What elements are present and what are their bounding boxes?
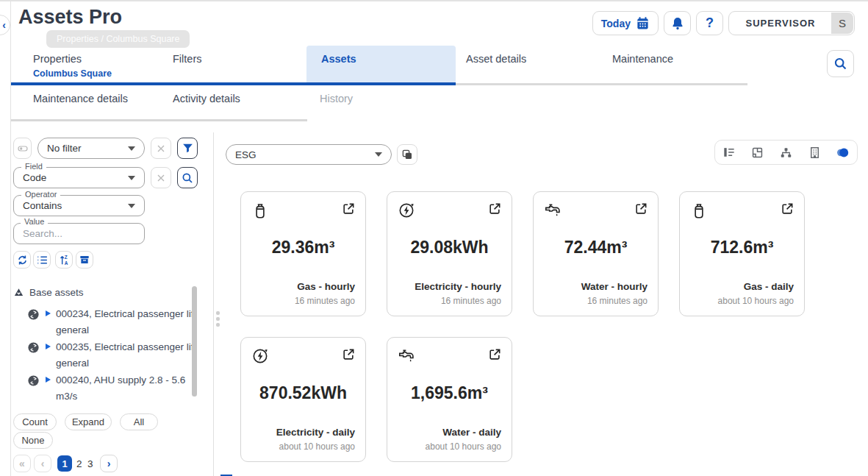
external-link-icon[interactable] — [341, 347, 356, 362]
filter-preset-select[interactable]: No filter — [37, 138, 145, 159]
tab-activity-details-label: Activity details — [173, 93, 240, 104]
value-search-input[interactable] — [13, 223, 145, 244]
value-input-label: Value — [21, 217, 48, 226]
external-link-icon[interactable] — [634, 202, 648, 216]
tree-root-base-assets[interactable]: Base assets — [13, 287, 84, 298]
category-select[interactable]: ESG — [226, 144, 392, 165]
gas-icon — [251, 201, 270, 220]
metric-label: Gas - hourly — [297, 281, 355, 292]
metric-card-water-hourly[interactable]: 72.44m³ Water - hourly 16 minutes ago — [533, 191, 659, 316]
metric-timestamp: 16 minutes ago — [441, 296, 501, 306]
view-floorplan-button[interactable] — [745, 141, 770, 163]
notifications-button[interactable] — [664, 11, 691, 35]
sort-button[interactable]: ZA — [55, 251, 73, 269]
list-view-button[interactable] — [33, 251, 51, 269]
tab-activity-details[interactable]: Activity details — [173, 93, 240, 104]
operator-select-label: Operator — [21, 190, 60, 199]
tab-assets[interactable]: Assets — [306, 46, 456, 83]
run-search-button[interactable] — [177, 167, 198, 188]
close-icon — [155, 172, 167, 184]
external-link-icon[interactable] — [780, 202, 795, 216]
metric-card-electricity-hourly[interactable]: 29.08kWh Electricity - hourly 16 minutes… — [387, 191, 512, 316]
metric-label: Water - daily — [442, 427, 501, 438]
count-button[interactable]: Count — [13, 413, 57, 430]
expand-play-icon[interactable] — [43, 342, 52, 372]
external-link-icon[interactable] — [341, 202, 356, 216]
tab-maintenance-details[interactable]: Maintenance details — [33, 93, 128, 104]
metric-value: 29.08kWh — [387, 238, 512, 257]
tree-item-000234[interactable]: 000234, Electrical passenger lift genera… — [27, 306, 201, 338]
page-1-button[interactable]: 1 — [57, 455, 72, 472]
archive-button[interactable] — [76, 251, 93, 269]
tab-maintenance[interactable]: Maintenance — [612, 53, 673, 65]
chevron-down-icon — [128, 146, 135, 151]
global-search-button[interactable] — [827, 50, 854, 77]
tab-assets-label: Assets — [321, 53, 356, 65]
duplicate-view-button[interactable] — [397, 144, 417, 165]
expand-play-icon[interactable] — [43, 309, 52, 338]
search-icon — [833, 56, 848, 71]
filter-enable-toggle[interactable] — [13, 138, 32, 159]
view-dashboard-button[interactable] — [831, 141, 856, 163]
tab-history[interactable]: History — [320, 93, 353, 104]
metric-card-water-daily[interactable]: 1,695.6m³ Water - daily about 10 hours a… — [387, 337, 512, 462]
refresh-button[interactable] — [13, 251, 31, 269]
external-link-icon[interactable] — [487, 347, 502, 362]
chevron-down-icon — [128, 204, 135, 208]
apply-filter-button[interactable] — [177, 138, 198, 159]
tab-underline-track — [456, 83, 747, 85]
calendar-icon — [636, 16, 650, 30]
expand-label: Expand — [72, 416, 104, 427]
view-building-button[interactable] — [802, 141, 827, 163]
tree-item-label: 000234, Electrical passenger lift genera… — [56, 306, 201, 338]
metric-card-gas-daily[interactable]: 712.6m³ Gas - daily about 10 hours ago — [679, 191, 805, 316]
metric-card-electricity-daily[interactable]: 870.52kWh Electricity - daily about 10 h… — [240, 337, 366, 462]
refresh-icon — [16, 254, 29, 266]
page-3-button[interactable]: 3 — [87, 458, 93, 469]
metric-timestamp: about 10 hours ago — [279, 441, 355, 452]
none-button[interactable]: None — [13, 432, 53, 449]
external-link-icon[interactable] — [487, 202, 502, 216]
gas-icon — [689, 201, 709, 220]
avatar: S — [831, 13, 853, 34]
asset-type-icon — [27, 308, 40, 338]
tab-maintenance-label: Maintenance — [612, 53, 673, 65]
tree-item-000235[interactable]: 000235, Electrical passenger lift genera… — [27, 339, 201, 372]
prev-page-button[interactable]: ‹ — [34, 455, 51, 472]
tab-asset-details[interactable]: Asset details — [466, 53, 526, 65]
first-page-button[interactable]: « — [13, 455, 31, 472]
toggle-icon — [16, 142, 29, 155]
clear-field-button[interactable] — [151, 167, 171, 188]
view-list-button[interactable] — [717, 141, 742, 163]
tree-collapse-icon — [13, 287, 24, 298]
collapse-panel-button[interactable]: ‹ — [0, 15, 10, 35]
operator-select[interactable]: Operator Contains — [13, 195, 145, 216]
user-menu-button[interactable]: SUPERVISOR S — [728, 11, 855, 35]
metric-card-gas-hourly[interactable]: 29.36m³ Gas - hourly 16 minutes ago — [240, 191, 366, 316]
help-button[interactable]: ? — [696, 11, 723, 35]
panel-resize-handle[interactable] — [216, 311, 220, 327]
tree-scrollbar[interactable] — [192, 286, 197, 397]
expand-play-icon[interactable] — [43, 375, 52, 405]
active-tab-underline — [11, 82, 456, 85]
metric-value: 29.36m³ — [241, 238, 365, 257]
asset-type-icon — [27, 374, 40, 405]
tab-filters[interactable]: Filters — [173, 53, 201, 65]
next-page-button[interactable]: › — [100, 455, 118, 472]
metric-label: Gas - daily — [744, 281, 794, 292]
all-button[interactable]: All — [120, 413, 158, 430]
view-hierarchy-button[interactable] — [773, 141, 798, 163]
sort-az-icon: ZA — [58, 254, 71, 266]
page-2-button[interactable]: 2 — [76, 458, 82, 469]
hierarchy-icon — [779, 146, 793, 160]
floorplan-icon — [750, 146, 764, 160]
expand-button[interactable]: Expand — [65, 413, 112, 430]
today-button[interactable]: Today — [592, 11, 659, 35]
filter-funnel-icon — [182, 142, 194, 154]
field-select[interactable]: Field Code — [13, 167, 145, 188]
tree-item-000240[interactable]: 000240, AHU supply 2.8 - 5.6 m3/s — [27, 372, 201, 405]
user-label: SUPERVISOR — [745, 18, 815, 29]
clear-preset-button[interactable] — [151, 138, 171, 159]
filter-preset-value: No filter — [47, 143, 82, 154]
tab-properties[interactable]: Properties Columbus Square — [33, 53, 82, 65]
